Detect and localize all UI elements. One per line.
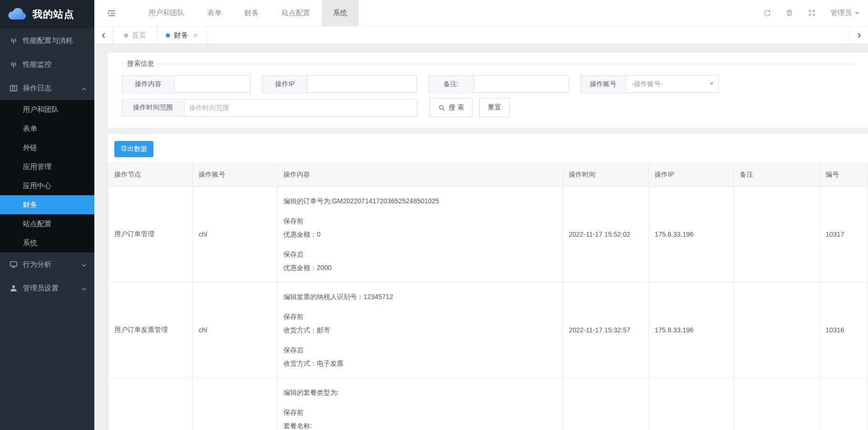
page-tab-label: 首页 bbox=[132, 31, 146, 40]
top-nav: 用户和团队 表单 财务 站点配置 系统 bbox=[137, 0, 359, 26]
content-line: 保存前 bbox=[283, 406, 557, 419]
content-line: 优惠金额：0 bbox=[283, 228, 557, 241]
col-header-note: 备注 bbox=[734, 163, 820, 187]
cell-note bbox=[734, 378, 820, 430]
refresh-icon[interactable] bbox=[763, 9, 771, 17]
operation-ip-input[interactable] bbox=[307, 75, 417, 93]
cell-node bbox=[109, 378, 193, 430]
content-line: 编辑发票的纳税人识别号：12345712 bbox=[283, 290, 557, 303]
cell-time bbox=[563, 378, 649, 430]
sidebar-item-admin-settings[interactable]: 管理员设置 bbox=[0, 276, 94, 300]
submenu-item-app-management[interactable]: 应用管理 bbox=[0, 157, 94, 176]
cell-id bbox=[820, 378, 868, 430]
broadcast-icon bbox=[10, 60, 18, 69]
operation-content-label: 操作内容 bbox=[121, 75, 175, 93]
topnav-item-forms[interactable]: 表单 bbox=[196, 0, 233, 26]
reset-button[interactable]: 重置 bbox=[479, 98, 510, 117]
submenu-label: 系统 bbox=[23, 239, 37, 248]
table-row: 编辑的套餐类型为: 保存前 套餐名称: bbox=[109, 378, 868, 430]
tab-dot-icon bbox=[166, 33, 170, 38]
chevron-up-icon bbox=[81, 85, 87, 91]
operation-log-submenu: 用户和团队 表单 外链 应用管理 应用中心 财务 站点配置 系统 bbox=[0, 100, 94, 252]
topnav-item-site-config[interactable]: 站点配置 bbox=[270, 0, 322, 26]
search-button[interactable]: 搜 索 bbox=[430, 98, 473, 117]
operation-account-group: 操作账号 -操作账号- bbox=[580, 75, 719, 93]
close-tab-icon[interactable] bbox=[193, 33, 198, 38]
content-line bbox=[283, 303, 557, 310]
cell-time: 2022-11-17 15:32:57 bbox=[563, 282, 649, 378]
operation-account-select[interactable]: -操作账号- bbox=[626, 75, 719, 93]
tabs-scroll-left-icon[interactable] bbox=[94, 27, 113, 44]
cell-content: 编辑发票的纳税人识别号：12345712 保存前 收货方式：邮寄 保存后 收货方… bbox=[278, 282, 563, 378]
submenu-item-app-center[interactable]: 应用中心 bbox=[0, 176, 94, 195]
submenu-item-system[interactable]: 系统 bbox=[0, 233, 94, 252]
content-line: 编辑的套餐类型为: bbox=[283, 386, 557, 399]
operation-content-input[interactable] bbox=[174, 75, 251, 93]
cloud-logo-icon bbox=[7, 7, 28, 21]
cell-ip: 175.8.33.196 bbox=[649, 187, 734, 282]
cell-id: 10316 bbox=[820, 282, 868, 378]
caret-down-icon bbox=[709, 82, 714, 88]
sidebar-item-behavior-analysis[interactable]: 行为分析 bbox=[0, 252, 94, 276]
sidebar-item-performance-monitor[interactable]: 性能监控 bbox=[0, 52, 94, 76]
operation-account-value: -操作账号- bbox=[632, 80, 663, 89]
submenu-label: 表单 bbox=[23, 124, 37, 133]
search-button-label: 搜 索 bbox=[449, 103, 464, 112]
time-range-input[interactable] bbox=[184, 99, 417, 117]
submenu-item-finance[interactable]: 财务 bbox=[0, 195, 94, 214]
content-line: 保存后 bbox=[283, 248, 557, 261]
content-line bbox=[283, 337, 557, 343]
cell-account: chl bbox=[193, 282, 278, 378]
submenu-item-users-teams[interactable]: 用户和团队 bbox=[0, 100, 94, 119]
topnav-label: 系统 bbox=[333, 9, 347, 18]
fullscreen-icon[interactable] bbox=[808, 9, 816, 17]
top-header: 用户和团队 表单 财务 站点配置 系统 管理员 bbox=[94, 0, 868, 27]
site-logo[interactable]: 我的站点 bbox=[0, 0, 94, 29]
content-line: 收货方式：邮寄 bbox=[283, 323, 557, 337]
person-icon bbox=[10, 284, 18, 292]
map-book-icon bbox=[10, 84, 18, 92]
operation-ip-group: 操作IP bbox=[262, 75, 417, 93]
page-tab-home[interactable]: 首页 bbox=[113, 27, 157, 44]
cell-id: 10317 bbox=[820, 187, 868, 282]
topnav-label: 用户和团队 bbox=[149, 9, 184, 18]
sidebar-item-label: 性能监控 bbox=[23, 60, 51, 69]
submenu-item-forms[interactable]: 表单 bbox=[0, 119, 94, 138]
operation-log-table: 操作节点 操作账号 操作内容 操作时间 操作IP 备注 编号 用户订单管理 ch bbox=[108, 163, 868, 430]
submenu-label: 站点配置 bbox=[23, 220, 51, 229]
content-line: 套餐名称: bbox=[283, 419, 557, 430]
operation-ip-label: 操作IP bbox=[262, 75, 308, 93]
collapse-sidebar-icon[interactable] bbox=[107, 10, 116, 17]
page-tab-finance[interactable]: 财务 bbox=[157, 27, 207, 44]
user-menu[interactable]: 管理员 bbox=[830, 9, 859, 18]
sidebar-item-operation-log[interactable]: 操作日志 bbox=[0, 76, 94, 100]
submenu-item-external-links[interactable]: 外链 bbox=[0, 138, 94, 157]
submenu-label: 财务 bbox=[23, 200, 37, 210]
submenu-item-site-config[interactable]: 站点配置 bbox=[0, 214, 94, 233]
col-header-node: 操作节点 bbox=[109, 163, 193, 187]
tab-dot-icon bbox=[124, 33, 128, 38]
col-header-id: 编号 bbox=[820, 163, 868, 187]
page-tab-bar: 首页 财务 bbox=[94, 27, 868, 44]
cell-node: 用户订单发票管理 bbox=[109, 282, 193, 378]
caret-down-icon bbox=[855, 12, 859, 17]
content-line: 保存前 bbox=[283, 310, 557, 323]
topnav-item-users-teams[interactable]: 用户和团队 bbox=[137, 0, 196, 26]
tabs-scroll-right-icon[interactable] bbox=[849, 27, 868, 44]
cell-note bbox=[734, 187, 820, 282]
topnav-item-system[interactable]: 系统 bbox=[322, 0, 359, 26]
note-input[interactable] bbox=[474, 75, 569, 93]
log-table-panel: 导出数据 操作节点 操作账号 操作内容 操作时间 操作IP bbox=[108, 134, 868, 430]
time-range-group: 操作时间范围 bbox=[121, 99, 417, 117]
col-header-content: 操作内容 bbox=[278, 163, 563, 187]
submenu-label: 应用管理 bbox=[23, 162, 51, 171]
sidebar-item-performance-config[interactable]: 性能配置与消耗 bbox=[0, 29, 94, 52]
operation-content-group: 操作内容 bbox=[121, 75, 251, 93]
topnav-label: 站点配置 bbox=[282, 9, 310, 18]
note-label: 备注: bbox=[428, 75, 474, 93]
export-data-button[interactable]: 导出数据 bbox=[114, 141, 153, 157]
submenu-label: 用户和团队 bbox=[23, 105, 59, 114]
table-row: 用户订单发票管理 chl 编辑发票的纳税人识别号：12345712 保存前 收货… bbox=[109, 282, 868, 378]
topnav-item-finance[interactable]: 财务 bbox=[233, 0, 270, 26]
trash-icon[interactable] bbox=[786, 9, 794, 17]
